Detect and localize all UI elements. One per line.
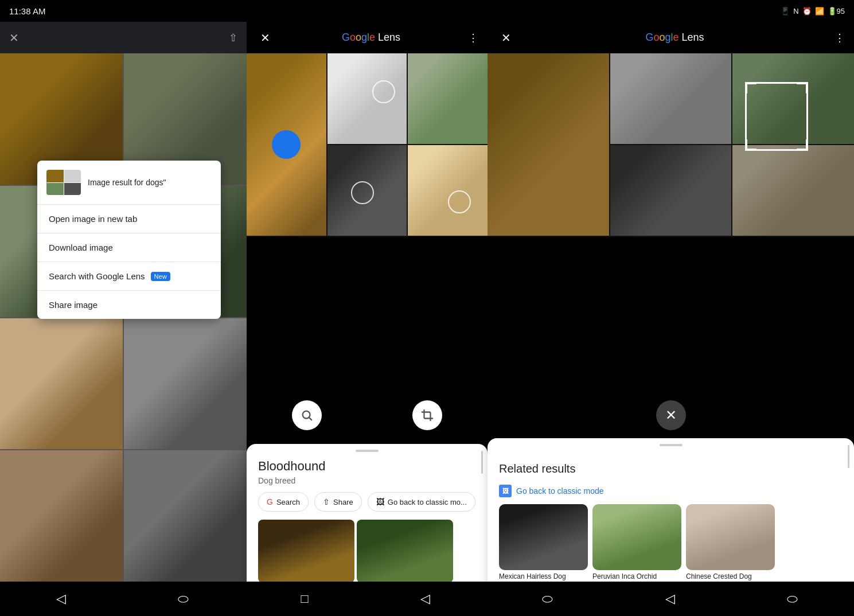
lens-collage-middle: [247, 53, 488, 237]
bg-dog-image-5: [0, 318, 123, 450]
related-card-1[interactable]: Mexican Hairless Dog: [499, 504, 588, 580]
sheet-drag-handle[interactable]: [356, 450, 379, 452]
related-thumb-2: [592, 504, 681, 570]
context-menu-download[interactable]: Download image: [37, 233, 221, 262]
lens2-cell-1[interactable]: [488, 53, 609, 236]
new-badge: New: [151, 272, 170, 281]
related-label-3: Chinese Crested Dog: [686, 572, 775, 580]
lens-selection-circle-blue: [272, 130, 301, 159]
lens-share-action[interactable]: ⇧ Share: [314, 492, 362, 512]
lens-title-right: Google Lens: [520, 32, 830, 44]
corner-br: [797, 139, 808, 151]
google-o2: o: [356, 32, 361, 43]
lens-word-r: Lens: [682, 32, 704, 43]
lens-menu-button-right[interactable]: ⋮: [834, 32, 845, 44]
nav-bar: ◁ ⬭ □ ◁ ⬭ ◁ ⬭: [0, 582, 854, 616]
related-thumb-3: [686, 504, 775, 570]
related-drag-handle[interactable]: [660, 444, 683, 446]
panel-bg-header: ✕ ⇧: [0, 22, 247, 53]
lens-collage-cell-5[interactable]: [408, 145, 488, 236]
lens2-cell-2[interactable]: [610, 53, 732, 144]
context-menu-share[interactable]: Share image: [37, 291, 221, 319]
nav-back-button-3[interactable]: ◁: [642, 586, 698, 612]
lens-collage-cell-4[interactable]: [327, 145, 407, 236]
classic-action-label: Go back to classic mo...: [388, 498, 467, 506]
classic-mode-label: Go back to classic mode: [516, 486, 604, 496]
classic-mode-row[interactable]: 🖼 Go back to classic mode: [488, 481, 854, 504]
nav-back-button[interactable]: ◁: [33, 586, 89, 612]
lens-close-button-right[interactable]: ✕: [497, 29, 515, 47]
lens-crop-button[interactable]: [412, 400, 442, 430]
nav-home-button-3[interactable]: ⬭: [764, 586, 821, 612]
share-icon[interactable]: ⇧: [229, 32, 237, 44]
lens-middle-controls: [247, 392, 488, 438]
lens-search-action[interactable]: G Search: [258, 492, 309, 512]
nav-recents-button[interactable]: □: [278, 586, 331, 612]
share-action-label: Share: [333, 498, 353, 506]
lens-menu-button-middle[interactable]: ⋮: [468, 32, 478, 44]
download-label: Download image: [49, 243, 113, 252]
related-card-3[interactable]: Chinese Crested Dog: [686, 504, 775, 580]
related-label-2: Peruvian Inca Orchid: [592, 572, 681, 580]
lens-result-img-1[interactable]: [258, 520, 354, 583]
close-icon[interactable]: ✕: [9, 31, 19, 45]
lens-header-middle: ✕ Google Lens ⋮: [247, 22, 488, 53]
lens-classic-action[interactable]: 🖼 Go back to classic mo...: [368, 492, 475, 512]
lens-result-breed: Bloodhound: [247, 459, 488, 474]
context-menu-thumbnail: [46, 170, 81, 195]
thumb-cell-1: [46, 170, 64, 182]
context-menu-open-tab[interactable]: Open image in new tab: [37, 205, 221, 233]
related-images-row: Mexican Hairless Dog Peruvian Inca Orchi…: [488, 504, 854, 580]
lens-image-area-middle: [247, 53, 488, 237]
google-o2-r: o: [659, 32, 665, 43]
lens-result-img-2[interactable]: [357, 520, 453, 583]
lens-selection-box[interactable]: [745, 82, 808, 151]
related-card-2[interactable]: Peruvian Inca Orchid: [592, 504, 681, 580]
lens-collage-cell-1[interactable]: [247, 53, 326, 236]
alarm-icon: ⏰: [802, 7, 812, 15]
lens-search-button[interactable]: [292, 400, 322, 430]
corner-tr: [797, 82, 808, 93]
context-menu-title: Image result for dogs": [88, 178, 166, 187]
search-action-label: Search: [276, 498, 300, 506]
lens-result-actions: G Search ⇧ Share 🖼 Go back to classic mo…: [247, 492, 488, 520]
google-o1: o: [350, 32, 356, 43]
google-g-r: G: [645, 32, 653, 43]
lens-word: Lens: [378, 32, 400, 43]
related-results-title: Related results: [488, 453, 854, 481]
google-g2: g: [361, 32, 367, 43]
lens2-cell-4[interactable]: [610, 145, 732, 236]
lens-right-close-x[interactable]: ✕: [656, 400, 686, 430]
status-bar: 11:38 AM 📱 N ⏰ 📶 🔋95: [0, 0, 854, 22]
lens-close-button[interactable]: ✕: [256, 29, 274, 47]
context-menu-header: Image result for dogs": [37, 161, 221, 205]
corner-tl: [745, 82, 756, 93]
share-action-icon: ⇧: [323, 497, 330, 506]
google-e: e: [369, 32, 375, 43]
nav-home-button[interactable]: ⬭: [155, 586, 212, 612]
lens-selection-circle-outline-2: [351, 181, 374, 204]
classic-action-icon: 🖼: [376, 497, 384, 506]
lens-right-controls: ✕: [488, 392, 854, 438]
context-menu-lens[interactable]: Search with Google Lens New: [37, 262, 221, 290]
related-scroll-handle: [848, 445, 849, 468]
thumb-cell-4: [64, 183, 81, 196]
svg-line-1: [309, 418, 312, 420]
lens-collage-cell-3[interactable]: [408, 53, 488, 144]
status-time: 11:38 AM: [9, 6, 45, 16]
google-g: G: [342, 32, 350, 43]
google-o1-r: o: [653, 32, 659, 43]
related-thumb-1: [499, 504, 588, 570]
lens-collage-cell-2[interactable]: [327, 53, 407, 144]
lens-label: Search with Google Lens: [49, 271, 145, 281]
nav-back-button-2[interactable]: ◁: [397, 586, 453, 612]
lens-result-type: Dog breed: [247, 474, 488, 492]
google-e-r: e: [673, 32, 678, 43]
phone-icon: 📱: [781, 7, 790, 15]
g-search-icon: G: [267, 497, 273, 506]
corner-bl: [745, 139, 756, 151]
nav-home-button-2[interactable]: ⬭: [519, 586, 576, 612]
lens2-cell-5[interactable]: [732, 145, 854, 236]
lens-image-area-right: [488, 53, 854, 237]
n-icon: N: [793, 7, 798, 15]
